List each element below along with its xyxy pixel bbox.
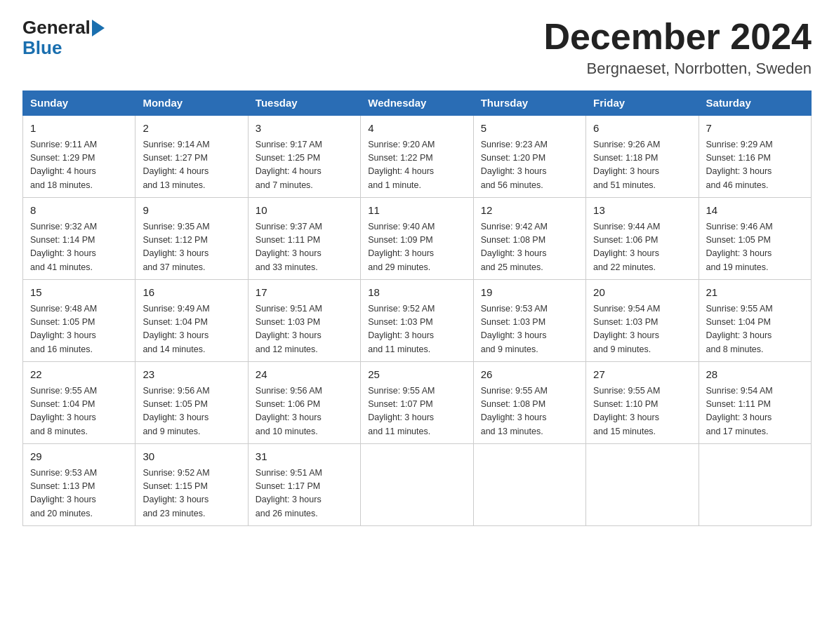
day-info: Sunrise: 9:20 AMSunset: 1:22 PMDaylight:… bbox=[368, 138, 465, 193]
day-info: Sunrise: 9:17 AMSunset: 1:25 PMDaylight:… bbox=[256, 138, 353, 193]
day-info: Sunrise: 9:32 AMSunset: 1:14 PMDaylight:… bbox=[30, 220, 128, 275]
day-number: 31 bbox=[256, 449, 353, 465]
day-info: Sunrise: 9:35 AMSunset: 1:12 PMDaylight:… bbox=[143, 220, 240, 275]
day-info: Sunrise: 9:52 AMSunset: 1:15 PMDaylight:… bbox=[143, 467, 240, 521]
day-number: 30 bbox=[143, 449, 240, 465]
month-title: December 2024 bbox=[543, 17, 812, 57]
logo-general-text: General bbox=[22, 17, 91, 39]
header-friday: Friday bbox=[586, 91, 699, 116]
day-number: 16 bbox=[143, 285, 240, 301]
calendar-header-row: SundayMondayTuesdayWednesdayThursdayFrid… bbox=[23, 91, 812, 116]
calendar-cell: 24Sunrise: 9:56 AMSunset: 1:06 PMDayligh… bbox=[248, 362, 360, 444]
day-info: Sunrise: 9:40 AMSunset: 1:09 PMDaylight:… bbox=[368, 220, 465, 275]
calendar-cell: 13Sunrise: 9:44 AMSunset: 1:06 PMDayligh… bbox=[586, 198, 699, 280]
calendar-cell: 12Sunrise: 9:42 AMSunset: 1:08 PMDayligh… bbox=[473, 198, 585, 280]
day-info: Sunrise: 9:46 AMSunset: 1:05 PMDaylight:… bbox=[706, 220, 804, 275]
calendar-cell: 31Sunrise: 9:51 AMSunset: 1:17 PMDayligh… bbox=[248, 444, 360, 526]
day-info: Sunrise: 9:29 AMSunset: 1:16 PMDaylight:… bbox=[706, 138, 804, 193]
day-number: 11 bbox=[368, 203, 465, 219]
day-info: Sunrise: 9:48 AMSunset: 1:05 PMDaylight:… bbox=[30, 302, 128, 357]
day-info: Sunrise: 9:44 AMSunset: 1:06 PMDaylight:… bbox=[593, 220, 691, 275]
day-number: 13 bbox=[593, 203, 691, 219]
day-number: 4 bbox=[368, 121, 465, 137]
day-number: 19 bbox=[481, 285, 578, 301]
header-monday: Monday bbox=[135, 91, 248, 116]
day-info: Sunrise: 9:56 AMSunset: 1:06 PMDaylight:… bbox=[256, 384, 353, 439]
day-number: 3 bbox=[256, 121, 353, 137]
logo-triangle-icon bbox=[92, 20, 105, 36]
calendar-cell: 9Sunrise: 9:35 AMSunset: 1:12 PMDaylight… bbox=[135, 198, 248, 280]
calendar-cell: 11Sunrise: 9:40 AMSunset: 1:09 PMDayligh… bbox=[361, 198, 473, 280]
day-info: Sunrise: 9:11 AMSunset: 1:29 PMDaylight:… bbox=[30, 138, 128, 193]
day-info: Sunrise: 9:55 AMSunset: 1:07 PMDaylight:… bbox=[368, 384, 465, 439]
day-number: 9 bbox=[143, 203, 240, 219]
location-subtitle: Bergnaeset, Norrbotten, Sweden bbox=[543, 60, 812, 78]
day-info: Sunrise: 9:56 AMSunset: 1:05 PMDaylight:… bbox=[143, 384, 240, 439]
day-number: 12 bbox=[481, 203, 578, 219]
calendar-week-row: 15Sunrise: 9:48 AMSunset: 1:05 PMDayligh… bbox=[23, 280, 812, 362]
calendar-cell: 16Sunrise: 9:49 AMSunset: 1:04 PMDayligh… bbox=[135, 280, 248, 362]
day-info: Sunrise: 9:55 AMSunset: 1:04 PMDaylight:… bbox=[706, 302, 804, 357]
calendar-cell bbox=[361, 444, 473, 526]
day-info: Sunrise: 9:37 AMSunset: 1:11 PMDaylight:… bbox=[256, 220, 353, 275]
calendar-cell: 29Sunrise: 9:53 AMSunset: 1:13 PMDayligh… bbox=[23, 444, 135, 526]
day-number: 24 bbox=[256, 367, 353, 383]
day-number: 8 bbox=[30, 203, 128, 219]
day-info: Sunrise: 9:53 AMSunset: 1:13 PMDaylight:… bbox=[30, 467, 128, 521]
calendar-cell: 27Sunrise: 9:55 AMSunset: 1:10 PMDayligh… bbox=[586, 362, 699, 444]
calendar-week-row: 29Sunrise: 9:53 AMSunset: 1:13 PMDayligh… bbox=[23, 444, 812, 526]
day-number: 26 bbox=[481, 367, 578, 383]
calendar-cell: 10Sunrise: 9:37 AMSunset: 1:11 PMDayligh… bbox=[248, 198, 360, 280]
day-info: Sunrise: 9:54 AMSunset: 1:11 PMDaylight:… bbox=[706, 384, 804, 439]
day-number: 23 bbox=[143, 367, 240, 383]
day-info: Sunrise: 9:55 AMSunset: 1:08 PMDaylight:… bbox=[481, 384, 578, 439]
svg-marker-0 bbox=[92, 20, 105, 36]
calendar-cell bbox=[586, 444, 699, 526]
day-info: Sunrise: 9:52 AMSunset: 1:03 PMDaylight:… bbox=[368, 302, 465, 357]
calendar-cell: 30Sunrise: 9:52 AMSunset: 1:15 PMDayligh… bbox=[135, 444, 248, 526]
day-number: 10 bbox=[256, 203, 353, 219]
day-number: 14 bbox=[706, 203, 804, 219]
calendar-cell: 4Sunrise: 9:20 AMSunset: 1:22 PMDaylight… bbox=[361, 115, 473, 198]
calendar-cell: 6Sunrise: 9:26 AMSunset: 1:18 PMDaylight… bbox=[586, 115, 699, 198]
calendar-cell: 17Sunrise: 9:51 AMSunset: 1:03 PMDayligh… bbox=[248, 280, 360, 362]
calendar-cell: 2Sunrise: 9:14 AMSunset: 1:27 PMDaylight… bbox=[135, 115, 248, 198]
calendar-cell bbox=[473, 444, 585, 526]
header-thursday: Thursday bbox=[473, 91, 585, 116]
day-number: 22 bbox=[30, 367, 128, 383]
day-number: 15 bbox=[30, 285, 128, 301]
header-saturday: Saturday bbox=[699, 91, 811, 116]
calendar-week-row: 22Sunrise: 9:55 AMSunset: 1:04 PMDayligh… bbox=[23, 362, 812, 444]
day-number: 29 bbox=[30, 449, 128, 465]
logo-blue-text: Blue bbox=[22, 37, 62, 58]
calendar-cell: 23Sunrise: 9:56 AMSunset: 1:05 PMDayligh… bbox=[135, 362, 248, 444]
calendar-cell: 3Sunrise: 9:17 AMSunset: 1:25 PMDaylight… bbox=[248, 115, 360, 198]
calendar-cell: 1Sunrise: 9:11 AMSunset: 1:29 PMDaylight… bbox=[23, 115, 135, 198]
day-number: 7 bbox=[706, 121, 804, 137]
day-info: Sunrise: 9:55 AMSunset: 1:10 PMDaylight:… bbox=[593, 384, 691, 439]
calendar-cell: 18Sunrise: 9:52 AMSunset: 1:03 PMDayligh… bbox=[361, 280, 473, 362]
day-info: Sunrise: 9:55 AMSunset: 1:04 PMDaylight:… bbox=[30, 384, 128, 439]
day-number: 6 bbox=[593, 121, 691, 137]
calendar-cell: 14Sunrise: 9:46 AMSunset: 1:05 PMDayligh… bbox=[699, 198, 811, 280]
page-header: General Blue December 2024 Bergnaeset, N… bbox=[22, 17, 812, 78]
day-info: Sunrise: 9:14 AMSunset: 1:27 PMDaylight:… bbox=[143, 138, 240, 193]
day-number: 21 bbox=[706, 285, 804, 301]
header-tuesday: Tuesday bbox=[248, 91, 360, 116]
title-area: December 2024 Bergnaeset, Norrbotten, Sw… bbox=[543, 17, 812, 78]
day-number: 20 bbox=[593, 285, 691, 301]
day-info: Sunrise: 9:49 AMSunset: 1:04 PMDaylight:… bbox=[143, 302, 240, 357]
day-number: 1 bbox=[30, 121, 128, 137]
calendar-cell: 26Sunrise: 9:55 AMSunset: 1:08 PMDayligh… bbox=[473, 362, 585, 444]
calendar-week-row: 8Sunrise: 9:32 AMSunset: 1:14 PMDaylight… bbox=[23, 198, 812, 280]
calendar-cell: 21Sunrise: 9:55 AMSunset: 1:04 PMDayligh… bbox=[699, 280, 811, 362]
calendar-cell: 19Sunrise: 9:53 AMSunset: 1:03 PMDayligh… bbox=[473, 280, 585, 362]
day-info: Sunrise: 9:42 AMSunset: 1:08 PMDaylight:… bbox=[481, 220, 578, 275]
calendar-cell: 15Sunrise: 9:48 AMSunset: 1:05 PMDayligh… bbox=[23, 280, 135, 362]
day-info: Sunrise: 9:53 AMSunset: 1:03 PMDaylight:… bbox=[481, 302, 578, 357]
calendar-cell: 22Sunrise: 9:55 AMSunset: 1:04 PMDayligh… bbox=[23, 362, 135, 444]
day-number: 28 bbox=[706, 367, 804, 383]
day-info: Sunrise: 9:54 AMSunset: 1:03 PMDaylight:… bbox=[593, 302, 691, 357]
day-number: 5 bbox=[481, 121, 578, 137]
header-wednesday: Wednesday bbox=[361, 91, 473, 116]
